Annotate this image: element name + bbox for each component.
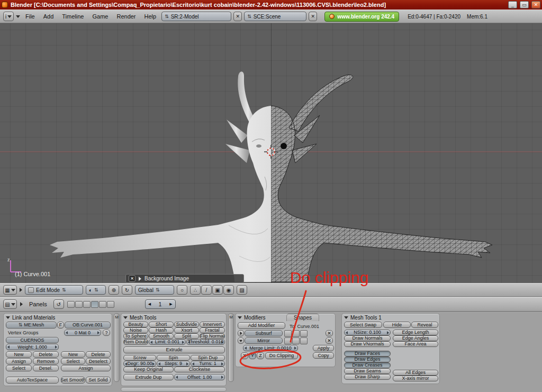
weight-slider[interactable]: Weight: 1.000 <box>6 344 59 350</box>
menu-file[interactable]: File <box>22 13 38 20</box>
mirror-view-toggle-icon[interactable] <box>292 338 300 344</box>
degrees-field[interactable]: Degr: 90.00 <box>123 361 156 367</box>
vgroup-assign-button[interactable]: Assign <box>6 358 32 364</box>
material-count-field[interactable]: 0 Mat 0 <box>64 330 101 336</box>
mirror-delete-button[interactable]: ✕ <box>326 338 333 344</box>
proportional-edit-button[interactable]: ○ <box>177 285 187 295</box>
to-sphere-button[interactable]: To Sphere <box>123 333 148 339</box>
scene-context-icon[interactable] <box>107 301 114 308</box>
mirror-axis-z-button[interactable]: Z <box>257 352 264 359</box>
mirror-edit-toggle-icon[interactable] <box>300 338 308 344</box>
panel-collapse-icon[interactable] <box>238 316 242 319</box>
collapsed-panel-tab[interactable]: M <box>114 313 120 382</box>
collapsed-panel-tab[interactable]: M <box>228 313 234 382</box>
extrude-dup-button[interactable]: Extrude Dup <box>123 374 174 380</box>
panel-collapse-icon[interactable] <box>123 316 128 319</box>
do-clipping-button[interactable]: Do Clipping <box>265 352 298 359</box>
frame-next-icon[interactable]: ▶ <box>169 302 172 306</box>
viewport-3d[interactable]: z (1) Curve.001 ✕ Background Image <box>0 23 542 283</box>
edge-select-button[interactable]: / <box>201 285 212 295</box>
vgroup-delete-button[interactable]: Delete <box>33 351 59 358</box>
menu-render[interactable]: Render <box>113 13 139 20</box>
fractal-button[interactable]: Fractal <box>200 327 225 333</box>
mirror-render-toggle-icon[interactable] <box>284 338 292 344</box>
panel-collapse-icon[interactable] <box>6 316 10 319</box>
manipulator-rotate-button[interactable]: ↻ <box>122 285 132 295</box>
screw-button[interactable]: Screw <box>123 355 156 361</box>
nsize-field[interactable]: NSize: 0.100 <box>344 330 391 335</box>
panel-collapse-icon[interactable] <box>344 316 348 319</box>
shapes-tab[interactable]: Shapes <box>286 314 319 321</box>
subsurf-delete-button[interactable]: ✕ <box>326 330 333 336</box>
draw-vnormals-button[interactable]: Draw VNormals <box>344 341 391 347</box>
merge-limit-field[interactable]: Merge Limit: 0.0010 <box>243 345 298 351</box>
mode-dropdown[interactable]: Edit Mode ⇅ <box>25 285 83 295</box>
mirror-name-field[interactable]: Mirror <box>245 338 283 344</box>
orientation-dropdown[interactable]: Global ⇅ <box>135 285 174 295</box>
vgroup-remove-button[interactable]: Remove <box>33 358 59 364</box>
rem-doubles-button[interactable]: Rem Doubl <box>123 339 148 345</box>
object-name-field[interactable]: OB:Curve.001 <box>65 322 111 329</box>
window-type-button[interactable]: i <box>3 12 14 21</box>
shading-context-icon[interactable] <box>83 301 91 308</box>
select-swap-button[interactable]: Select Swap <box>344 322 382 328</box>
blender-org-badge[interactable]: www.blender.org 242.4 <box>324 12 399 22</box>
clockwise-button[interactable]: Clockwise <box>174 367 225 372</box>
smooth-button[interactable]: Smooth <box>149 333 174 339</box>
vgroup-deselect-button[interactable]: Desel. <box>33 365 59 371</box>
noise-button[interactable]: Noise <box>123 327 148 333</box>
occlude-button[interactable]: ◉ <box>223 285 234 295</box>
material-deselect-button[interactable]: Deselect <box>86 358 111 364</box>
draw-sharp-button[interactable]: Draw Sharp <box>344 374 391 380</box>
material-question-button[interactable]: ? <box>103 330 110 336</box>
draw-edges-button[interactable]: Draw Edges <box>344 357 391 362</box>
mirror-expand-button[interactable] <box>238 338 244 344</box>
extrude-button[interactable]: Extrude <box>123 347 225 353</box>
editing-context-icon[interactable] <box>91 301 98 308</box>
add-modifier-button[interactable]: Add Modifier <box>238 322 285 329</box>
vgroup-select-button[interactable]: Select <box>6 365 32 371</box>
buttons-window-type-button[interactable]: ▤ <box>3 299 17 309</box>
render-preview-button[interactable]: ▨ <box>237 285 247 295</box>
background-image-panel[interactable]: ✕ Background Image <box>125 274 244 283</box>
draw-type-dropdown[interactable]: ◐ ⇅ <box>86 285 106 295</box>
vgroup-new-button[interactable]: New <box>6 351 32 358</box>
scene-selector-dropdown[interactable]: ⇅ SCE:Scene <box>244 12 306 21</box>
menu-collapse-icon[interactable] <box>20 302 23 306</box>
flip-normal-button[interactable]: Flip Normal <box>200 333 225 339</box>
edge-angles-button[interactable]: Edge Angles <box>393 335 438 341</box>
subsurf-expand-button[interactable] <box>238 330 244 336</box>
context-back-button[interactable]: ↺ <box>53 299 64 309</box>
all-edges-button[interactable]: All Edges <box>393 370 438 376</box>
x-axis-mirror-button[interactable]: X-axis mirror <box>393 376 438 381</box>
draw-faces-button[interactable]: Draw Faces <box>344 351 391 357</box>
hide-button[interactable]: Hide <box>383 322 411 328</box>
split-button[interactable]: Split <box>174 333 199 339</box>
header-collapse-icon[interactable] <box>16 15 20 18</box>
turns-field[interactable]: Turns: 1 <box>191 361 225 367</box>
set-solid-button[interactable]: Set Solid <box>86 377 111 384</box>
offset-field[interactable]: Offset: 1.00 <box>174 374 225 380</box>
spin-button[interactable]: Spin <box>157 355 190 361</box>
material-assign-button[interactable]: Assign <box>61 365 111 371</box>
apply-button[interactable]: Apply <box>313 345 334 351</box>
copy-button[interactable]: Copy <box>313 352 334 359</box>
material-new-button[interactable]: New <box>61 351 85 358</box>
menu-add[interactable]: Add <box>40 13 57 20</box>
menu-help[interactable]: Help <box>141 13 160 20</box>
draw-seams-button[interactable]: Draw Seams <box>344 368 391 374</box>
material-delete-button[interactable]: Delete <box>86 351 111 358</box>
object-context-icon[interactable] <box>99 301 106 308</box>
limit-field[interactable]: Limit: 0.001 <box>149 339 186 345</box>
menu-game[interactable]: Game <box>89 13 111 20</box>
reveal-button[interactable]: Reveal <box>411 322 438 328</box>
draw-normals-button[interactable]: Draw Normals <box>344 335 391 341</box>
fake-user-button[interactable]: F <box>57 322 64 329</box>
frame-prev-icon[interactable]: ◀ <box>148 302 151 306</box>
hash-button[interactable]: Hash <box>149 327 174 333</box>
threshold-field[interactable]: Threshold: 0.010 <box>186 339 225 345</box>
script-context-icon[interactable] <box>75 301 83 308</box>
subdivide-button[interactable]: Subdivide <box>174 322 199 327</box>
subsurf-view-toggle-icon[interactable] <box>292 330 300 337</box>
vertex-select-button[interactable]: ∴ <box>190 285 201 295</box>
